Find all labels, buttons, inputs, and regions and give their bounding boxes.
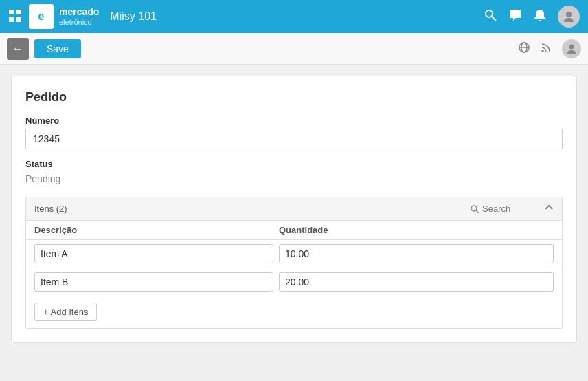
svg-point-11: [471, 206, 477, 211]
search-icon[interactable]: [484, 8, 497, 25]
add-items-button[interactable]: + Add Itens: [34, 303, 97, 321]
grid-icon[interactable]: [8, 9, 22, 25]
item-desc-cell-1: [34, 272, 279, 292]
item-qty-input-0[interactable]: [279, 244, 554, 263]
item-desc-cell-0: [34, 244, 279, 263]
toolbar-right: [518, 39, 581, 58]
app-title: Miisy 101: [110, 10, 484, 23]
svg-rect-2: [9, 17, 14, 22]
items-section: Itens (2): [25, 197, 563, 329]
svg-point-6: [566, 12, 572, 17]
col-qty-header: Quantidade: [279, 225, 554, 235]
logo-box: e: [29, 4, 54, 29]
logo-letter: e: [38, 10, 45, 23]
status-label: Status: [25, 159, 563, 169]
svg-rect-0: [9, 10, 14, 14]
brand-sub: eletrônico: [59, 18, 99, 27]
item-desc-input-1[interactable]: [34, 272, 273, 292]
items-header-right: [470, 203, 554, 215]
toolbar-avatar[interactable]: [562, 39, 581, 58]
items-header: Itens (2): [26, 197, 562, 221]
brand-name: mercado: [59, 6, 99, 18]
chat-icon[interactable]: [508, 8, 522, 25]
back-icon: ←: [12, 43, 23, 55]
items-search: [470, 204, 537, 214]
globe-icon[interactable]: [518, 41, 530, 56]
svg-line-12: [476, 210, 479, 213]
save-button[interactable]: Save: [34, 39, 81, 58]
rss-icon[interactable]: [540, 41, 552, 56]
logo: e mercado eletrônico: [29, 4, 99, 29]
navbar-actions: [484, 6, 580, 28]
user-avatar[interactable]: [558, 6, 580, 28]
item-qty-cell-1: [279, 272, 554, 292]
collapse-icon[interactable]: [544, 203, 554, 215]
status-field-group: Status Pending: [25, 159, 563, 186]
numero-label: Número: [25, 116, 563, 126]
logo-text: mercado eletrônico: [59, 6, 99, 27]
numero-input[interactable]: [25, 129, 563, 149]
pedido-card: Pedido Número Status Pending Itens (2): [11, 76, 577, 343]
back-button[interactable]: ←: [7, 38, 29, 60]
item-qty-input-1[interactable]: [279, 272, 554, 292]
svg-rect-3: [16, 17, 21, 22]
item-qty-cell-0: [279, 244, 554, 263]
search-icon: [470, 204, 479, 214]
bell-icon[interactable]: [533, 8, 547, 25]
svg-point-4: [486, 10, 493, 17]
items-table-header: Descrição Quantidade: [26, 221, 562, 240]
item-desc-input-0[interactable]: [34, 244, 273, 263]
card-title: Pedido: [25, 90, 563, 105]
svg-line-5: [492, 17, 496, 21]
table-row: [26, 268, 562, 296]
toolbar: ← Save: [0, 33, 588, 65]
table-row: [26, 240, 562, 268]
main-content: Pedido Número Status Pending Itens (2): [0, 65, 588, 354]
navbar: e mercado eletrônico Miisy 101: [0, 0, 588, 33]
items-search-input[interactable]: [482, 204, 537, 214]
status-value: Pending: [25, 172, 563, 186]
svg-rect-1: [16, 10, 21, 14]
numero-field-group: Número: [25, 116, 563, 149]
items-count-label: Itens (2): [34, 204, 67, 214]
svg-point-10: [569, 44, 574, 49]
items-rows-container: [26, 240, 562, 296]
col-desc-header: Descrição: [34, 225, 279, 235]
